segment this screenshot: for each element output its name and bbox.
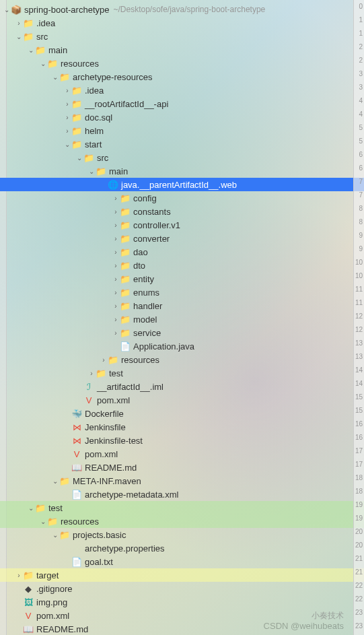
chevron-icon[interactable]: ›: [63, 87, 71, 94]
tree-row[interactable]: ›📁dto: [0, 259, 364, 272]
tree-row[interactable]: ›📁helm: [0, 124, 364, 137]
gutter-line: 13: [354, 350, 364, 364]
file-icon: V: [71, 448, 82, 459]
file-icon: 📁: [71, 85, 82, 96]
tree-row[interactable]: ◆.gitignore: [0, 582, 364, 595]
gutter-line: 20: [354, 539, 364, 552]
gutter-line: 1: [354, 13, 364, 27]
tree-row[interactable]: ›📁.idea: [0, 16, 364, 30]
tree-label: README.md: [36, 624, 88, 634]
tree-row[interactable]: ⋈Jenkinsfile-test: [0, 434, 364, 447]
tree-row[interactable]: ›📁model: [0, 312, 364, 326]
tree-row[interactable]: ⌄📁test: [0, 501, 364, 514]
tree-row[interactable]: ›📁doc.sql: [0, 110, 364, 124]
chevron-icon[interactable]: ⌄: [51, 73, 59, 81]
tree-row[interactable]: ›📁config: [0, 191, 364, 205]
gutter-line: 21: [354, 566, 364, 579]
tree-row[interactable]: ⌄📁main: [0, 164, 364, 178]
chevron-icon[interactable]: ⌄: [75, 154, 83, 162]
file-icon: ℐ: [83, 381, 94, 392]
chevron-icon[interactable]: ›: [112, 208, 120, 215]
chevron-icon[interactable]: ›: [112, 235, 120, 242]
tree-label: java.__parentArtifactId__.web: [121, 180, 237, 190]
file-icon: 📄: [120, 341, 131, 352]
tree-row[interactable]: ⌄📁projects.basic: [0, 528, 364, 541]
tree-label: constants: [133, 207, 171, 217]
tree-row[interactable]: ›📁controller.v1: [0, 218, 364, 232]
chevron-icon[interactable]: ›: [15, 20, 23, 27]
chevron-icon[interactable]: ⌄: [27, 46, 35, 54]
chevron-icon[interactable]: ⌄: [63, 141, 71, 148]
tree-row[interactable]: Vpom.xml: [0, 447, 364, 461]
tree-row[interactable]: ›📁converter: [0, 232, 364, 245]
tree-row[interactable]: ⌄📁archetype-resources: [0, 70, 364, 83]
chevron-icon[interactable]: ⌄: [15, 33, 23, 40]
tree-row[interactable]: 📄Application.java: [0, 339, 364, 353]
file-icon: 📁: [108, 354, 118, 365]
gutter-line: 3: [354, 81, 364, 94]
tree-row[interactable]: ⌄📁META-INF.maven: [0, 474, 364, 488]
tree-row[interactable]: 📖README.md: [0, 461, 364, 474]
tree-row[interactable]: Vpom.xml: [0, 609, 364, 622]
chevron-icon[interactable]: ⌄: [27, 504, 35, 512]
file-icon: 📁: [71, 112, 82, 123]
chevron-icon[interactable]: ›: [15, 572, 23, 579]
chevron-icon[interactable]: ›: [112, 316, 120, 323]
chevron-icon[interactable]: ›: [87, 370, 96, 377]
tree-row[interactable]: 🐳Dockerfile: [0, 407, 364, 420]
tree-row[interactable]: ›📁resources: [0, 353, 364, 366]
gutter-line: 5: [354, 135, 364, 148]
chevron-icon[interactable]: ›: [112, 302, 120, 310]
tree-label: pom.xml: [85, 449, 118, 459]
tree-row[interactable]: ⌄📁start: [0, 137, 364, 151]
tree-label: model: [133, 314, 157, 325]
chevron-icon[interactable]: ›: [100, 356, 108, 364]
tree-row[interactable]: ℐ__artifactId__.iml: [0, 380, 364, 393]
chevron-icon[interactable]: ›: [112, 262, 120, 269]
tree-row[interactable]: ⌄📁resources: [0, 514, 364, 528]
chevron-icon[interactable]: ›: [63, 114, 71, 121]
tree-row[interactable]: ›📁dao: [0, 245, 364, 259]
watermark-csdn: CSDN @weihubeats: [264, 621, 344, 631]
chevron-icon[interactable]: ⌄: [51, 477, 59, 485]
chevron-icon[interactable]: ›: [112, 275, 120, 283]
tree-row[interactable]: ⌄📁src: [0, 30, 364, 43]
tree-row[interactable]: ›📁.idea: [0, 83, 364, 97]
tree-row[interactable]: ⋈Jenkinsfile: [0, 420, 364, 434]
tree-row[interactable]: 🌐java.__parentArtifactId__.web: [0, 178, 364, 191]
file-icon: 📁: [23, 18, 34, 28]
tree-row[interactable]: ›📁target: [0, 568, 364, 582]
tree-row[interactable]: ›📁service: [0, 326, 364, 339]
tree-label: converter: [133, 234, 170, 244]
tree-row[interactable]: ⌄📁resources: [0, 57, 364, 70]
chevron-icon[interactable]: ⌄: [3, 6, 11, 13]
tree-row[interactable]: ›📁constants: [0, 205, 364, 218]
tree-row[interactable]: 📄goal.txt: [0, 555, 364, 568]
chevron-icon[interactable]: ›: [112, 195, 120, 202]
chevron-icon[interactable]: ›: [63, 100, 71, 108]
tree-row[interactable]: ⌄📁src: [0, 151, 364, 164]
chevron-icon[interactable]: ›: [63, 127, 71, 135]
chevron-icon[interactable]: ⌄: [39, 60, 47, 67]
chevron-icon[interactable]: ⌄: [39, 518, 47, 525]
tree-row[interactable]: ›📁entity: [0, 272, 364, 286]
tree-row[interactable]: Vpom.xml: [0, 393, 364, 407]
tree-row[interactable]: ›📁__rootArtifactId__-api: [0, 97, 364, 110]
tree-row[interactable]: ›📁handler: [0, 299, 364, 312]
tree-row[interactable]: ⌄📁main: [0, 43, 364, 57]
tree-row[interactable]: 🖼img.png: [0, 595, 364, 609]
tree-label: helm: [85, 126, 104, 136]
tree-row[interactable]: ⌄📦spring-boot-archetype~/Desktop/sofe/ja…: [0, 3, 364, 16]
chevron-icon[interactable]: ›: [112, 222, 120, 229]
chevron-icon[interactable]: ⌄: [87, 168, 96, 175]
chevron-icon[interactable]: ›: [112, 248, 120, 256]
chevron-icon[interactable]: ⌄: [51, 531, 59, 539]
chevron-icon[interactable]: ›: [112, 289, 120, 296]
tree-row[interactable]: archetype.properties: [0, 541, 364, 555]
tree-row[interactable]: ›📁test: [0, 366, 364, 380]
chevron-icon[interactable]: ›: [112, 329, 120, 337]
tree-row[interactable]: ›📁enums: [0, 286, 364, 299]
tree-row[interactable]: 📄archetype-metadata.xml: [0, 488, 364, 501]
project-tree[interactable]: ⌄📦spring-boot-archetype~/Desktop/sofe/ja…: [0, 0, 364, 635]
gutter-line: 23: [354, 606, 364, 620]
